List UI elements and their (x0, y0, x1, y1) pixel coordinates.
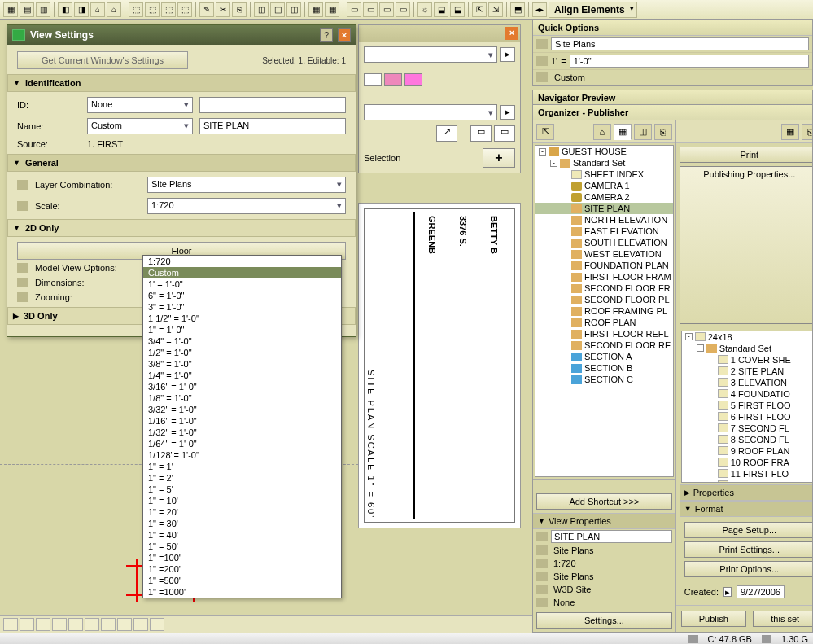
zoom-tool[interactable] (133, 618, 148, 631)
tree-node[interactable]: 1 COVER SHE (682, 354, 812, 366)
tree-node[interactable]: 4 FOUNDATIO (682, 388, 812, 400)
toolbar-button[interactable]: ⬒ (510, 2, 525, 17)
tree-node[interactable]: 10 ROOF FRA (682, 457, 812, 468)
toolbar-button[interactable]: ▦ (325, 2, 339, 17)
scale-option[interactable]: 1/16" = 1'-0" (143, 415, 341, 427)
scale-option[interactable]: 1/128"= 1'-0" (143, 449, 341, 461)
scale-option[interactable]: 1/64" = 1'-0" (143, 438, 341, 449)
tab-view-map[interactable]: ▦ (614, 124, 632, 140)
aux-dropdown[interactable] (364, 46, 497, 63)
aux-dropdown-2[interactable] (364, 104, 497, 120)
toolbar-button[interactable]: ▭ (396, 2, 410, 17)
tree-node[interactable]: SITE PLAN (535, 203, 673, 214)
tab-layout-book[interactable]: ◫ (634, 124, 652, 140)
drawing-canvas[interactable]: BETTY B 3376 S. GREENB SITE PLAN SCALE 1… (358, 203, 521, 528)
toolbar-button[interactable]: ⎘ (232, 2, 247, 17)
color-swatch[interactable] (384, 73, 402, 86)
publishing-properties-button[interactable]: Publishing Properties... (680, 166, 812, 324)
scale-option[interactable]: 1" = 40' (143, 529, 341, 541)
toolbar-button[interactable]: ◂▸ (532, 2, 547, 17)
scale-option[interactable]: 1" = 2' (143, 472, 341, 484)
close-icon[interactable]: × (505, 27, 518, 40)
toolbar-button[interactable]: ⇲ (488, 2, 503, 17)
toolbar-button[interactable]: ⬓ (450, 2, 465, 17)
tree-node[interactable]: WEST ELEVATION (535, 248, 673, 260)
print-settings-button[interactable]: Print Settings... (684, 541, 812, 558)
toolbar-button[interactable]: ⬚ (177, 2, 192, 17)
scale-option[interactable]: 1/32" = 1'-0" (143, 427, 341, 438)
scale-option[interactable]: 1:720 (143, 256, 341, 267)
scale-option[interactable]: 1" =200' (143, 563, 341, 575)
zoom-tool[interactable] (68, 618, 83, 631)
tree-node[interactable]: 8 SECOND FL (682, 434, 812, 445)
layer-combo-dropdown[interactable]: Site Plans (147, 177, 346, 193)
toolbar-button[interactable]: ⬓ (434, 2, 448, 17)
id-dropdown[interactable]: None (87, 97, 193, 113)
scale-option[interactable]: 1" = 50' (143, 541, 341, 552)
toolbar-button[interactable]: ▤ (20, 2, 34, 17)
id-field[interactable] (199, 97, 346, 113)
tree-node[interactable]: 11 FIRST FLO (682, 468, 812, 480)
tree-scrollbar[interactable] (533, 479, 675, 490)
play-icon[interactable]: ▸ (500, 105, 515, 120)
zoom-tool[interactable] (3, 618, 18, 631)
print-options-button[interactable]: Print Options... (684, 561, 812, 577)
toolbar-button[interactable]: ⌂ (107, 2, 121, 17)
tab-project-map[interactable]: ⇱ (536, 124, 554, 140)
toolbar-button[interactable]: ▦ (308, 2, 323, 17)
tree-node[interactable]: -24x18 (682, 331, 812, 343)
tree-node[interactable]: -GUEST HOUSE (535, 146, 673, 157)
tree-node[interactable]: 2 SITE PLAN (682, 366, 812, 377)
tree-node[interactable]: FIRST FLOOR REFL (535, 328, 673, 340)
toolbar-button[interactable]: ☼ (417, 2, 432, 17)
general-section[interactable]: ▼General (7, 154, 356, 172)
toolbar-button[interactable]: ◫ (254, 2, 269, 17)
tree-node[interactable]: -Standard Set (682, 343, 812, 354)
scale-option[interactable]: 1" = 30' (143, 518, 341, 529)
scale-dropdown[interactable]: 1:720 (147, 198, 346, 214)
marquee-icon[interactable]: ▭ (470, 125, 492, 142)
scale-option[interactable]: 1" = 5' (143, 484, 341, 495)
view-properties-header[interactable]: ▼View Properties (533, 513, 675, 529)
tree-node[interactable]: SECTION C (535, 374, 673, 385)
layer-combo-field[interactable]: Site Plans (551, 37, 809, 50)
scale-option[interactable]: 1" = 20' (143, 506, 341, 518)
this-set-button[interactable]: this set (753, 611, 812, 627)
add-shortcut-button[interactable]: Add Shortcut >>> (536, 493, 672, 510)
scale-option[interactable]: 1' = 1'-0" (143, 278, 341, 290)
scale-option[interactable]: 1/2" = 1'-0" (143, 347, 341, 358)
scale-option[interactable]: 1" =1000' (143, 586, 341, 598)
eyedropper-icon[interactable]: ↗ (436, 125, 457, 142)
tree-node[interactable]: CAMERA 1 (535, 180, 673, 191)
tree-node[interactable]: 12 SECOND F (682, 480, 812, 484)
scale-option[interactable]: 1" =100' (143, 552, 341, 563)
organizer-right-tree[interactable]: -24x18-Standard Set1 COVER SHE2 SITE PLA… (681, 331, 812, 484)
scale-option[interactable]: 1" =500' (143, 575, 341, 586)
scale-option[interactable]: 6" = 1'-0" (143, 290, 341, 301)
tab-layouts-icon[interactable]: ▦ (781, 124, 799, 140)
scale-value-field[interactable]: 1'-0" (570, 55, 809, 68)
help-icon[interactable]: ? (320, 28, 333, 42)
name-field[interactable]: SITE PLAN (199, 118, 346, 134)
view-settings-button[interactable]: Settings... (536, 612, 672, 629)
tree-node[interactable]: CAMERA 2 (535, 191, 673, 203)
toolbar-button[interactable]: ▦ (3, 2, 18, 17)
scale-option[interactable]: 1" = 1' (143, 461, 341, 472)
properties-header[interactable]: ▶Properties (680, 484, 812, 501)
get-current-settings-button[interactable]: Get Current Window's Settings (17, 51, 188, 69)
format-header[interactable]: ▼Format (680, 501, 812, 517)
toolbar-button[interactable]: ⬚ (145, 2, 160, 17)
scale-option[interactable]: 1/8" = 1'-0" (143, 392, 341, 404)
scale-dropdown-list[interactable]: 1:720Custom1' = 1'-0"6" = 1'-0"3" = 1'-0… (142, 255, 342, 598)
identification-section[interactable]: ▼Identification (7, 74, 356, 92)
zoom-tool[interactable] (101, 618, 116, 631)
view-name-field[interactable]: SITE PLAN (551, 530, 672, 543)
scale-option[interactable]: 3/4" = 1'-0" (143, 335, 341, 347)
tree-node[interactable]: SHEET INDEX (535, 169, 673, 180)
toolbar-button[interactable]: ⇱ (472, 2, 487, 17)
toolbar-button[interactable]: ✎ (199, 2, 214, 17)
tree-node[interactable]: FOUNDATION PLAN (535, 260, 673, 271)
tree-node[interactable]: 6 FIRST FLOO (682, 411, 812, 423)
color-swatch[interactable] (404, 73, 422, 86)
tree-node[interactable]: -Standard Set (535, 157, 673, 169)
